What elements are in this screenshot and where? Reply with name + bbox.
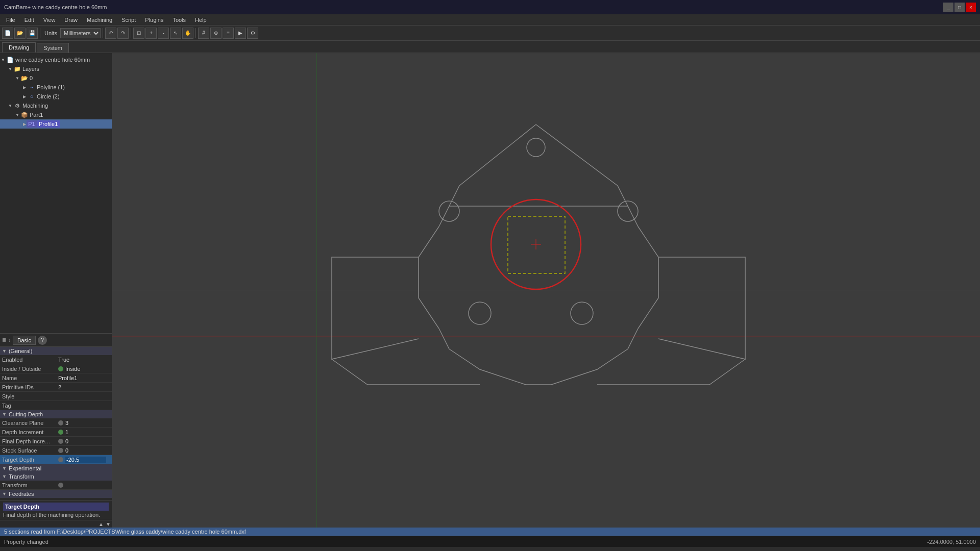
tree-label-circle2: Circle (2) bbox=[37, 93, 60, 99]
props-table: ▼(General) Enabled True Inside / Outside… bbox=[0, 347, 112, 500]
tab-system[interactable]: System bbox=[37, 43, 69, 53]
menu-tools[interactable]: Tools bbox=[168, 16, 190, 24]
props-value-cuttingDepth-0: 3 bbox=[65, 420, 68, 426]
zoom-in-button[interactable]: + bbox=[145, 28, 157, 39]
section-label-experimental: Experimental bbox=[9, 465, 41, 471]
tree-expand-layers[interactable]: ▼ bbox=[7, 67, 13, 71]
props-scroll-area: ▲ ▼ bbox=[0, 520, 112, 528]
props-row-general-5[interactable]: Tag bbox=[0, 401, 112, 410]
toolbar-sep-2 bbox=[103, 28, 103, 38]
props-val-transform-0 bbox=[56, 483, 112, 488]
tool-pan[interactable]: ✋ bbox=[182, 28, 193, 39]
zoom-out-button[interactable]: - bbox=[158, 28, 169, 39]
menu-edit[interactable]: Edit bbox=[20, 16, 38, 24]
props-tab-basic[interactable]: Basic bbox=[13, 336, 36, 345]
tree-label-layer0: 0 bbox=[30, 75, 33, 81]
menu-machining[interactable]: Machining bbox=[83, 16, 116, 24]
tree-label-layers: Layers bbox=[22, 66, 39, 72]
tab-bar: Drawing System bbox=[0, 41, 980, 53]
tree-icon-project: 📄 bbox=[6, 56, 14, 64]
status-bar: Property changed -224.0000, 51.0000 bbox=[0, 536, 980, 547]
scroll-up-arrow[interactable]: ▲ bbox=[97, 520, 105, 528]
redo-button[interactable]: ↷ bbox=[117, 28, 129, 39]
props-row-cuttingDepth-3[interactable]: Stock Surface 0 bbox=[0, 446, 112, 455]
save-button[interactable]: 💾 bbox=[27, 28, 38, 39]
props-row-transform-0[interactable]: Transform bbox=[0, 481, 112, 490]
props-section-experimental[interactable]: ▼Experimental bbox=[0, 464, 112, 472]
menu-help[interactable]: Help bbox=[191, 16, 211, 24]
props-key-cuttingDepth-0: Clearance Plane bbox=[0, 420, 56, 426]
open-button[interactable]: 📂 bbox=[14, 28, 26, 39]
app-title: CamBam+ wine caddy centre hole 60mm bbox=[4, 4, 107, 10]
props-row-feedrates-0[interactable]: Cut Feedrate 800 bbox=[0, 498, 112, 500]
title-bar: CamBam+ wine caddy centre hole 60mm _ □ … bbox=[0, 0, 980, 14]
props-row-general-2[interactable]: Name Profile1 bbox=[0, 373, 112, 383]
run-button[interactable]: ⚙ bbox=[247, 28, 258, 39]
tree-item-polyline1[interactable]: ▶~Polyline (1) bbox=[0, 83, 112, 92]
tree-expand-machining[interactable]: ▼ bbox=[7, 104, 13, 108]
props-key-general-3: Primitive IDs bbox=[0, 384, 56, 390]
props-row-general-1[interactable]: Inside / Outside Inside bbox=[0, 364, 112, 373]
info-title: Target Depth bbox=[3, 503, 109, 511]
props-val-general-1: Inside bbox=[56, 366, 112, 372]
props-row-cuttingDepth-0[interactable]: Clearance Plane 3 bbox=[0, 418, 112, 428]
minimize-button[interactable]: _ bbox=[943, 3, 953, 12]
canvas-svg bbox=[112, 53, 980, 528]
props-key-general-1: Inside / Outside bbox=[0, 366, 56, 372]
tree-item-machining[interactable]: ▼⚙Machining bbox=[0, 101, 112, 110]
tree-expand-layer0[interactable]: ▼ bbox=[14, 76, 20, 81]
tree-expand-polyline1[interactable]: ▶ bbox=[21, 85, 28, 90]
props-help-button[interactable]: ? bbox=[38, 336, 47, 345]
new-button[interactable]: 📄 bbox=[2, 28, 13, 39]
section-icon-feedrates: ▼ bbox=[2, 491, 7, 496]
units-select[interactable]: Millimeters Inches bbox=[60, 28, 101, 38]
props-key-general-2: Name bbox=[0, 375, 56, 381]
props-row-cuttingDepth-1[interactable]: Depth Increment 1 bbox=[0, 428, 112, 437]
menu-script[interactable]: Script bbox=[117, 16, 140, 24]
props-val-cuttingDepth-0: 3 bbox=[56, 420, 112, 426]
tree-expand-part1[interactable]: ▼ bbox=[14, 113, 20, 117]
tree-label-polyline1: Polyline (1) bbox=[37, 84, 65, 90]
props-section-feedrates[interactable]: ▼Feedrates bbox=[0, 490, 112, 498]
undo-button[interactable]: ↶ bbox=[105, 28, 116, 39]
props-section-cuttingDepth[interactable]: ▼Cutting Depth bbox=[0, 410, 112, 418]
snap-button[interactable]: ⊕ bbox=[210, 28, 222, 39]
props-row-cuttingDepth-2[interactable]: Final Depth Increment 0 bbox=[0, 437, 112, 446]
props-row-general-3[interactable]: Primitive IDs 2 bbox=[0, 383, 112, 392]
tree-item-layers[interactable]: ▼📁Layers bbox=[0, 64, 112, 73]
props-value-cuttingDepth-1: 1 bbox=[65, 429, 68, 435]
props-input-cuttingDepth-4[interactable] bbox=[65, 457, 106, 463]
tree-expand-circle2[interactable]: ▶ bbox=[21, 94, 28, 99]
menu-draw[interactable]: Draw bbox=[60, 16, 82, 24]
menu-file[interactable]: File bbox=[2, 16, 19, 24]
tree-item-profile1[interactable]: ▶P1Profile1 bbox=[0, 119, 112, 129]
tab-drawing[interactable]: Drawing bbox=[2, 42, 36, 53]
close-button[interactable]: × bbox=[966, 3, 976, 12]
grid-button[interactable]: # bbox=[198, 28, 209, 39]
layer-button[interactable]: ≡ bbox=[223, 28, 234, 39]
tree-item-project[interactable]: ▼📄wine caddy centre hole 60mm bbox=[0, 55, 112, 64]
props-value-general-0: True bbox=[58, 357, 69, 363]
props-section-transform[interactable]: ▼Transform bbox=[0, 472, 112, 481]
tree-icon-circle2: ○ bbox=[28, 92, 36, 101]
tree-item-layer0[interactable]: ▼📂0 bbox=[0, 73, 112, 83]
scroll-down-arrow[interactable]: ▼ bbox=[105, 520, 112, 528]
zoom-fit-button[interactable]: ⊡ bbox=[133, 28, 144, 39]
props-row-general-0[interactable]: Enabled True bbox=[0, 355, 112, 364]
props-key-cuttingDepth-2: Final Depth Increment bbox=[0, 438, 56, 444]
canvas-area[interactable] bbox=[112, 53, 980, 528]
props-row-cuttingDepth-4[interactable]: Target Depth bbox=[0, 455, 112, 464]
menu-plugins[interactable]: Plugins bbox=[141, 16, 167, 24]
tree-icon-polyline1: ~ bbox=[28, 83, 36, 91]
tree-expand-project[interactable]: ▼ bbox=[0, 58, 6, 62]
props-section-general[interactable]: ▼(General) bbox=[0, 347, 112, 355]
menu-view[interactable]: View bbox=[39, 16, 60, 24]
render-button[interactable]: ▶ bbox=[235, 28, 246, 39]
tool-select[interactable]: ↖ bbox=[170, 28, 181, 39]
tree-item-part1[interactable]: ▼📦Part1 bbox=[0, 110, 112, 119]
toolbar: 📄 📂 💾 Units Millimeters Inches ↶ ↷ ⊡ + -… bbox=[0, 26, 980, 41]
tree-icon-part1: 📦 bbox=[20, 111, 29, 119]
maximize-button[interactable]: □ bbox=[954, 3, 965, 12]
tree-item-circle2[interactable]: ▶○Circle (2) bbox=[0, 92, 112, 101]
props-row-general-4[interactable]: Style bbox=[0, 392, 112, 401]
